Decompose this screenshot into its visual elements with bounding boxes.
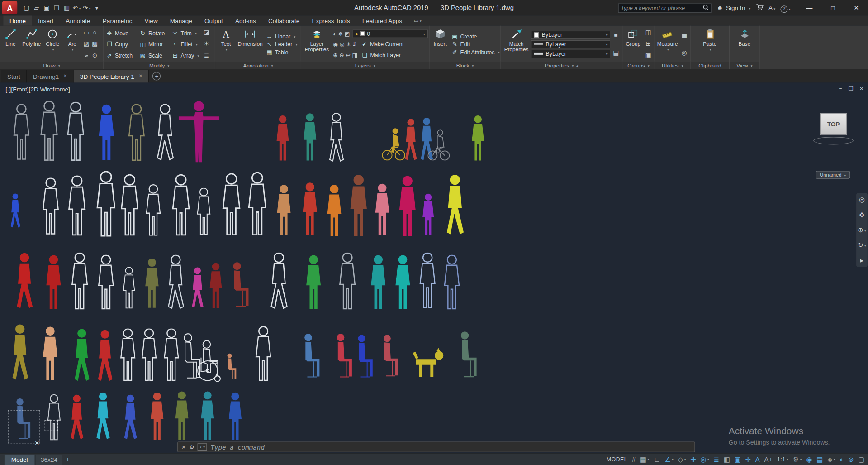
linetype-select[interactable]: ByLayer▾ [531,40,610,48]
layers-panel-caption[interactable]: Layers▾ [301,62,429,69]
ribbon-tab-express-tools[interactable]: Express Tools [306,16,356,26]
figure-sit[interactable] [355,334,375,380]
viewcube-top-face[interactable]: TOP [820,113,847,135]
search-icon[interactable] [703,3,709,13]
figure-walk[interactable] [442,174,467,237]
isodraft-icon[interactable]: ◇▾ [678,455,686,463]
figure-walk[interactable] [12,252,35,310]
figure-stand[interactable] [95,104,118,162]
figure-stand[interactable] [346,174,371,238]
figure-sit[interactable] [457,331,479,380]
orbit-icon[interactable]: ↻▾ [858,241,866,249]
figure-stand[interactable] [172,391,192,441]
figure-walk[interactable] [120,394,139,441]
lineweight-select[interactable]: ByLayer▾ [531,49,610,58]
trim-button[interactable]: ✂Trim▾ [171,27,201,38]
ellipse-icon[interactable]: ○ [93,29,96,36]
properties-panel-caption[interactable]: Properties▾◢ [501,62,622,69]
group-select-icon[interactable]: ▣ [645,52,651,59]
rectangle-icon[interactable]: ▭ [83,29,89,36]
clipboard-panel-caption[interactable]: Clipboard [691,62,729,69]
layer-walk-icon[interactable]: ⇵ [352,41,357,48]
edit-attributes-button[interactable]: ✐Edit Attributes▾ [450,48,501,55]
command-line-bar[interactable]: ✕ ⚙ ›▾ [177,442,695,452]
figure-stand[interactable] [117,328,138,382]
figure-stand[interactable] [416,252,439,309]
lock-ui-icon[interactable]: ◈▾ [827,455,835,463]
copy-button[interactable]: ❐Copy [105,38,138,50]
block-panel-caption[interactable]: Block▾ [430,62,501,69]
leader-button[interactable]: ↖Leader▾ [265,41,299,48]
edit-block-button[interactable]: ✎Edit [450,41,501,48]
move-button[interactable]: ✥Move [105,27,138,38]
ribbon-tab-featured-apps[interactable]: Featured Apps [356,16,408,26]
polar-tracking-icon[interactable]: ∠▾ [664,455,673,463]
layer-off-icon[interactable]: ◐ [333,30,336,37]
viewcube-compass-ring[interactable] [813,137,854,144]
full-navigation-wheel-icon[interactable]: ◎ [859,196,865,204]
layer-state-icon[interactable]: ✳ [346,41,351,48]
figure-stand[interactable] [143,184,164,237]
undo-icon[interactable]: ↶▾ [72,3,81,13]
stay-connected-icon[interactable]: A▾ [768,5,775,11]
figure-sit[interactable] [334,333,355,380]
help-button[interactable]: ?▾ [780,3,790,13]
open-file-icon[interactable]: ▱ [32,3,41,13]
selection-cycling-icon[interactable]: ▣ [735,455,741,463]
table-button[interactable]: ▦Table [265,48,299,55]
paste-button[interactable]: Paste ▾ [700,27,719,61]
boundary-icon[interactable]: ⊙ [92,52,97,59]
figure-stand[interactable] [39,326,61,382]
search-input[interactable] [621,5,700,11]
close-button[interactable]: ✕ [844,0,868,16]
properties-palette-icon[interactable]: ▤ [613,49,619,56]
figure-walk[interactable] [267,252,290,310]
hatch-icon[interactable]: ▨ [83,40,89,48]
figure-stand[interactable] [198,391,218,441]
array-button[interactable]: ⊞Array▾ [171,50,201,61]
file-tab-start[interactable]: Start [1,70,27,82]
explode-icon[interactable]: ✶ [204,40,209,48]
viewport-view-control[interactable]: [Front] [11,86,28,93]
annotation-scale-button[interactable]: 1:1▾ [777,456,788,463]
figure-walk[interactable] [164,254,186,310]
ortho-mode-icon[interactable]: ∟ [654,455,660,463]
figure-stand[interactable] [367,254,389,310]
layer-prev-icon[interactable]: ↩ [346,52,350,58]
figure-stand[interactable] [218,173,244,237]
insert-block-button[interactable]: Insert [431,27,450,61]
drawing-minimize-button[interactable]: − [836,86,844,92]
dimension-button[interactable]: Dimension [236,27,265,61]
app-store-cart-icon[interactable] [756,3,764,13]
ribbon-tab-output[interactable]: Output [198,16,229,26]
figure-stand[interactable] [138,328,160,382]
viewport-minimize-control[interactable]: [-] [5,86,11,93]
figure-stand[interactable] [64,101,88,162]
ribbon-tab-view[interactable]: View [138,16,164,26]
line-button[interactable]: Line [1,27,20,61]
properties-launcher-icon[interactable]: ◢ [575,64,578,68]
layer-select[interactable]: ● 0 ▾ [352,29,428,38]
figure-walk[interactable] [189,267,205,310]
figure-stand[interactable] [142,258,162,309]
figure-walk[interactable] [70,328,92,383]
drawing-close-button[interactable]: ✕ [858,86,866,92]
file-tab-close-icon[interactable]: ✕ [63,74,67,79]
command-close-icon[interactable]: ✕ [181,444,186,450]
draw-panel-caption[interactable]: Draw▾ [0,62,103,69]
mirror-button[interactable]: ◫Mirror [138,38,171,50]
stretch-button[interactable]: ⇗Stretch [105,50,138,61]
figure-stand[interactable] [469,115,487,162]
figure-wheelchair[interactable] [196,335,222,382]
ribbon-tab-parametric[interactable]: Parametric [96,16,138,26]
viewport-visual-style-control[interactable]: [2D Wireframe] [29,86,70,93]
figure-bike[interactable] [427,123,450,161]
view-name-pill[interactable]: Unnamed▾ [816,171,850,178]
maximize-button[interactable]: □ [821,0,844,16]
osnap-icon[interactable]: ◎▾ [701,455,709,463]
figure-stand[interactable] [336,252,359,310]
figure-stand[interactable] [206,263,225,310]
viewcube[interactable]: TOP [813,113,854,144]
ungroup-icon[interactable]: ◫ [645,29,651,36]
figure-stand[interactable] [120,267,137,310]
